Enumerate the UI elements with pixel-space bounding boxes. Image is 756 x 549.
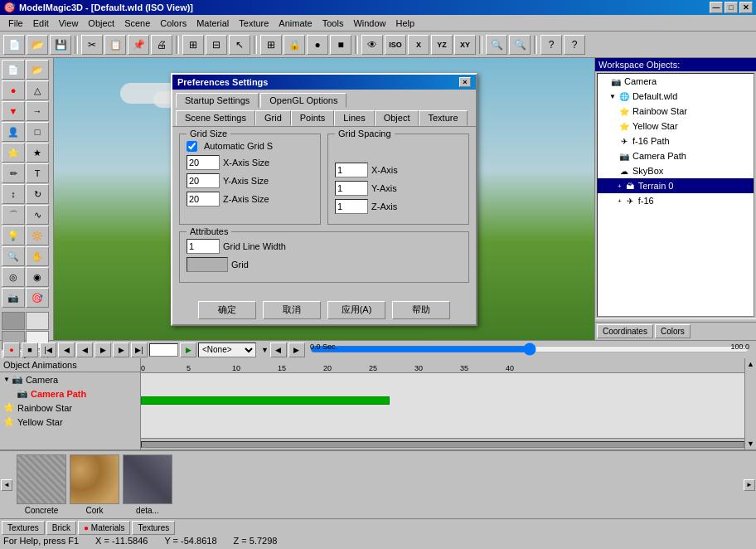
lt-arrow[interactable]: → bbox=[26, 101, 49, 121]
y-spacing-input[interactable] bbox=[335, 181, 368, 196]
menu-edit[interactable]: Edit bbox=[28, 17, 54, 30]
lt-star2[interactable]: ★ bbox=[26, 143, 49, 163]
workspace-tree[interactable]: 📷 Camera ▼ 🌐 Default.wld ⭐ Rainbow Star … bbox=[597, 73, 754, 317]
menu-view[interactable]: View bbox=[54, 17, 84, 30]
colors-tab-ws[interactable]: Colors bbox=[655, 324, 691, 338]
timeline-camera-path[interactable]: 📷 Camera Path bbox=[0, 386, 140, 401]
ws-terrain[interactable]: + 🏔 Terrain 0 bbox=[598, 178, 754, 193]
view-button[interactable]: ⊞ bbox=[260, 35, 282, 55]
zoom-out-button[interactable]: 🔍 bbox=[509, 35, 531, 55]
tab-startup-settings[interactable]: Startup Settings bbox=[176, 93, 259, 108]
x-button[interactable]: X bbox=[408, 35, 429, 55]
lt-triangle[interactable]: △ bbox=[26, 80, 49, 100]
ws-f16-path[interactable]: ✈ f-16 Path bbox=[598, 134, 754, 148]
timeline-scrollbar[interactable] bbox=[141, 438, 744, 449]
tab-texture[interactable]: Texture bbox=[419, 110, 467, 126]
menu-material[interactable]: Material bbox=[191, 17, 234, 30]
ws-camera-path[interactable]: 📷 Camera Path bbox=[598, 148, 754, 163]
tab-points[interactable]: Points bbox=[291, 110, 335, 126]
menu-animate[interactable]: Animate bbox=[274, 17, 317, 30]
lt-obj2[interactable]: ◉ bbox=[26, 267, 49, 287]
next-frame-button[interactable]: ▶ bbox=[113, 343, 129, 357]
minimize-button[interactable]: — bbox=[710, 2, 723, 13]
timeline-scroll-up[interactable]: ▲ bbox=[747, 360, 754, 368]
ws-camera[interactable]: 📷 Camera bbox=[598, 74, 754, 89]
lt-rotate[interactable]: ↻ bbox=[26, 184, 49, 204]
tex-nav-left[interactable]: ◄ bbox=[1, 479, 12, 491]
cut-button[interactable]: ✂ bbox=[81, 35, 103, 55]
tab-lines[interactable]: Lines bbox=[334, 110, 374, 126]
next-button[interactable]: ▶ bbox=[94, 343, 111, 357]
lt-user[interactable]: 👤 bbox=[2, 122, 25, 142]
auto-grid-checkbox[interactable] bbox=[187, 141, 197, 152]
lt-zoom[interactable]: 🔍 bbox=[2, 246, 25, 266]
menu-tools[interactable]: Tools bbox=[317, 17, 349, 30]
apply-button[interactable]: 应用(A) bbox=[327, 301, 385, 319]
eye-button[interactable]: 👁 bbox=[361, 35, 383, 55]
help-button[interactable]: 帮助 bbox=[392, 301, 450, 319]
open-button[interactable]: 📂 bbox=[27, 35, 48, 55]
lt-edit1[interactable]: ✏ bbox=[2, 163, 25, 183]
lt-light1[interactable]: 💡 bbox=[2, 226, 25, 245]
prev-button[interactable]: ◀ bbox=[76, 343, 93, 357]
save-button[interactable]: 💾 bbox=[50, 35, 71, 55]
tab-opengl-options[interactable]: OpenGL Options bbox=[260, 93, 346, 108]
brick-tab[interactable]: Brick bbox=[46, 521, 76, 535]
menu-window[interactable]: Window bbox=[348, 17, 390, 30]
new-button[interactable]: 📄 bbox=[3, 35, 25, 55]
lt-cone[interactable]: ▼ bbox=[2, 101, 25, 121]
menu-file[interactable]: File bbox=[3, 17, 28, 30]
xy-button[interactable]: XY bbox=[454, 35, 476, 55]
menu-colors[interactable]: Colors bbox=[155, 17, 191, 30]
lt-hand[interactable]: ✋ bbox=[26, 246, 49, 266]
viewport-3d[interactable]: Preferences Settings × Startup Settings … bbox=[54, 58, 594, 340]
ws-f16[interactable]: + ✈ f-16 bbox=[598, 193, 754, 208]
textures-label-tab[interactable]: Textures bbox=[132, 521, 175, 535]
timeline-yellow-star[interactable]: ⭐ Yellow Star bbox=[0, 415, 140, 429]
prev-frame-button[interactable]: ◀ bbox=[58, 343, 75, 357]
grid-button[interactable]: ⊞ bbox=[182, 35, 204, 55]
grid-line-width-input[interactable] bbox=[187, 239, 220, 254]
timeline-rainbow-star[interactable]: ⭐ Rainbow Star bbox=[0, 401, 140, 415]
lt-red-sphere[interactable]: ● bbox=[2, 80, 25, 100]
paste-button[interactable]: 📌 bbox=[128, 35, 149, 55]
z-axis-size-input[interactable] bbox=[187, 192, 220, 206]
tab-object[interactable]: Object bbox=[375, 110, 419, 126]
play-button[interactable]: ▶ bbox=[180, 343, 196, 357]
print-button[interactable]: 🖨 bbox=[151, 35, 172, 55]
skip-end-button[interactable]: ▶| bbox=[131, 343, 148, 357]
timeline-camera[interactable]: ▼ 📷 Camera bbox=[0, 372, 140, 386]
texture-detail[interactable]: deta... bbox=[123, 454, 172, 515]
lt-cam[interactable]: 📷 bbox=[2, 288, 25, 308]
select-button[interactable]: ↖ bbox=[229, 35, 250, 55]
stop-button[interactable]: ■ bbox=[22, 343, 38, 357]
grid-color-button[interactable] bbox=[187, 257, 228, 272]
ok-button[interactable]: 确定 bbox=[198, 301, 256, 319]
menu-help[interactable]: Help bbox=[391, 17, 420, 30]
record-button[interactable]: ● bbox=[3, 343, 20, 357]
ws-default-wld[interactable]: ▼ 🌐 Default.wld bbox=[598, 89, 754, 104]
coordinates-tab[interactable]: Coordinates bbox=[597, 324, 653, 338]
cancel-button[interactable]: 取消 bbox=[263, 301, 321, 319]
lt-star[interactable]: ⭐ bbox=[2, 143, 25, 163]
timeline-scroll-down[interactable]: ▼ bbox=[747, 440, 754, 448]
anim-prev[interactable]: ◀ bbox=[270, 343, 287, 357]
ws-yellow-star[interactable]: ⭐ Yellow Star bbox=[598, 119, 754, 134]
tex-nav-right[interactable]: ► bbox=[744, 479, 755, 491]
animation-dropdown[interactable]: <None> bbox=[198, 343, 256, 357]
grid2-button[interactable]: ⊟ bbox=[206, 35, 227, 55]
lt-text[interactable]: T bbox=[26, 163, 49, 183]
menu-object[interactable]: Object bbox=[83, 17, 119, 30]
cube-button[interactable]: ■ bbox=[330, 35, 351, 55]
ws-rainbow-star[interactable]: ⭐ Rainbow Star bbox=[598, 104, 754, 119]
skip-start-button[interactable]: |◀ bbox=[40, 343, 56, 357]
textures-tab[interactable]: Textures bbox=[2, 521, 45, 535]
zoom-in-button[interactable]: 🔍 bbox=[486, 35, 507, 55]
color-swatch-2[interactable] bbox=[26, 312, 49, 330]
fps-input[interactable]: 29.9 bbox=[149, 343, 178, 357]
lt-curve2[interactable]: ∿ bbox=[26, 205, 49, 225]
texture-concrete[interactable]: Concrete bbox=[17, 454, 66, 515]
lt-move[interactable]: ↕ bbox=[2, 184, 25, 204]
sphere-button[interactable]: ● bbox=[307, 35, 328, 55]
dialog-close-button[interactable]: × bbox=[459, 77, 471, 87]
